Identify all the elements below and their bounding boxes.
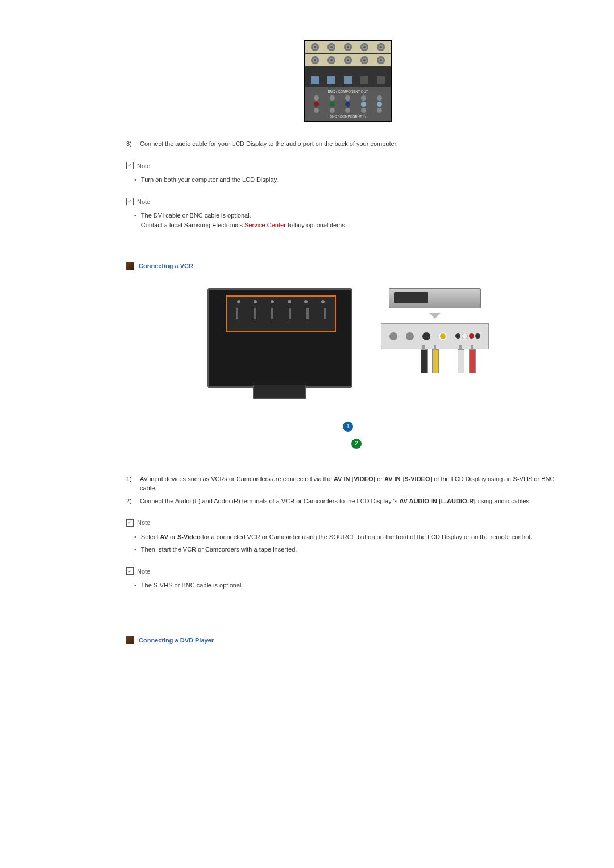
note-check-icon: ✓ — [126, 162, 134, 169]
section-title: Connecting a DVD Player — [139, 636, 214, 645]
callout-badge-1: 1 — [342, 421, 354, 432]
section-connecting-dvd: Connecting a DVD Player — [126, 636, 570, 645]
note-heading: ✓ Note — [126, 518, 570, 528]
section-connecting-vcr: Connecting a VCR — [126, 261, 570, 271]
note-check-icon: ✓ — [126, 567, 134, 575]
note-label: Note — [137, 518, 150, 528]
vcr-unit-icon — [389, 288, 481, 308]
lcd-display-icon — [207, 288, 352, 388]
note-2-list: The DVI cable or BNC cable is optional. … — [134, 211, 570, 229]
section-title: Connecting a VCR — [139, 261, 193, 271]
vcr-connection-diagram: 1 2 — [207, 282, 489, 457]
arrow-down-icon — [429, 313, 441, 319]
bnc-connector-image: BNC / COMPONENT OUT BNC / COMPONENT IN — [126, 40, 570, 122]
note-check-icon: ✓ — [126, 198, 134, 205]
cable-plugs — [381, 349, 489, 400]
note-label: Note — [137, 161, 150, 171]
step-3: 3) Connect the audio cable for your LCD … — [126, 139, 570, 149]
note-heading: ✓ Note — [126, 567, 570, 577]
vcr-step-1: 1) AV input devices such as VCRs or Camc… — [126, 474, 570, 493]
step-number: 2) — [126, 496, 140, 506]
step-text: AV input devices such as VCRs or Camcord… — [140, 474, 570, 493]
service-center-link[interactable]: Service Center — [244, 222, 286, 228]
step-text: Connect the audio cable for your LCD Dis… — [140, 139, 570, 149]
note-heading: ✓ Note — [126, 161, 570, 171]
note-label: Note — [137, 567, 150, 577]
list-item: Then, start the VCR or Camcorders with a… — [134, 545, 570, 554]
step-number: 3) — [126, 139, 140, 149]
section-icon — [126, 636, 134, 644]
note-heading: ✓ Note — [126, 197, 570, 207]
step-text: Connect the Audio (L) and Audio (R) term… — [140, 496, 570, 506]
callout-badge-2: 2 — [351, 438, 362, 449]
section-icon — [126, 262, 134, 270]
note-3-list: Select AV or S-Video for a connected VCR… — [134, 532, 570, 554]
note-1-list: Turn on both your computer and the LCD D… — [134, 175, 570, 185]
vcr-step-2: 2) Connect the Audio (L) and Audio (R) t… — [126, 496, 570, 506]
note-check-icon: ✓ — [126, 519, 134, 527]
list-item: Select AV or S-Video for a connected VCR… — [134, 532, 570, 542]
list-item: The S-VHS or BNC cable is optional. — [134, 581, 570, 590]
list-item: The DVI cable or BNC cable is optional. … — [134, 211, 570, 229]
note-label: Note — [137, 197, 150, 207]
step-number: 1) — [126, 474, 140, 493]
note-4-list: The S-VHS or BNC cable is optional. — [134, 581, 570, 590]
list-item: Turn on both your computer and the LCD D… — [134, 175, 570, 185]
